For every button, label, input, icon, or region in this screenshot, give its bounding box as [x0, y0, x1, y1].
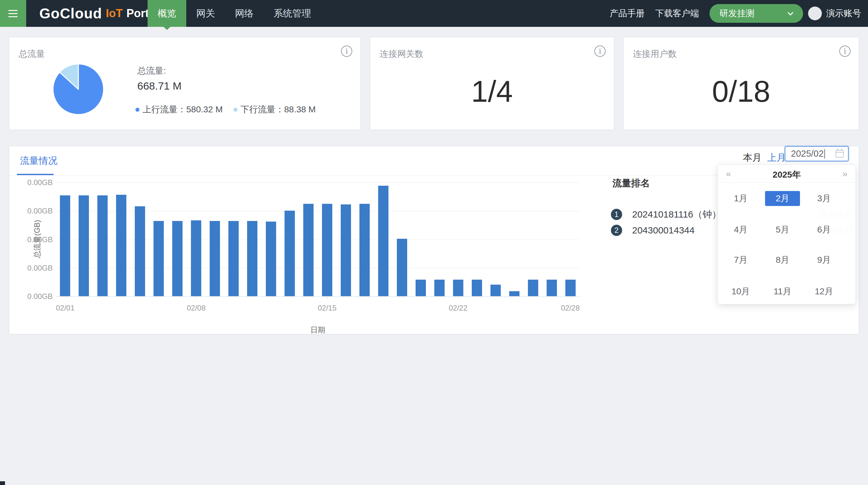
legend-text: 下行流量：88.38 M — [241, 103, 316, 116]
month-cell-2[interactable]: 2月 — [765, 191, 800, 206]
month-cell-5[interactable]: 5月 — [765, 222, 800, 237]
this-month-button[interactable]: 本月 — [743, 151, 762, 164]
month-date-input[interactable]: 2025/02 — [785, 146, 849, 161]
traffic-legend: 上行流量：580.32 M下行流量：88.38 M — [135, 103, 327, 116]
bar-02/03[interactable] — [97, 195, 107, 296]
month-cell-1[interactable]: 1月 — [723, 191, 758, 206]
y-tick-label: 0.00GB — [15, 207, 53, 215]
bar-02/25[interactable] — [509, 291, 520, 296]
month-cell-6[interactable]: 6月 — [807, 222, 841, 237]
hamburger-menu-icon[interactable] — [0, 0, 26, 27]
nav-item-2[interactable]: 网络 — [225, 0, 264, 27]
y-tick-label: 0.00GB — [15, 178, 53, 187]
bar-02/09[interactable] — [210, 221, 220, 296]
last-month-button[interactable]: 上月 — [767, 151, 786, 164]
y-tick-label: 0.00GB — [15, 235, 53, 244]
nav-link-download[interactable]: 下载客户端 — [655, 7, 699, 19]
month-cell-11[interactable]: 11月 — [765, 284, 800, 299]
y-tick-label: 0.00GB — [15, 292, 53, 301]
bar-02/26[interactable] — [528, 280, 538, 296]
bar-02/27[interactable] — [547, 280, 557, 296]
bar-02/06[interactable] — [154, 221, 164, 296]
sidebar-corner-chip — [0, 481, 5, 485]
calendar-icon — [836, 150, 844, 158]
card-total-traffic: 总流量 i 总流量: 668.71 M 上行流量：580.32 M下行流量：88… — [9, 37, 360, 129]
text-caret — [824, 149, 825, 158]
x-tick-label: 02/22 — [439, 304, 477, 312]
bar-02/13[interactable] — [284, 211, 295, 296]
bar-02/17[interactable] — [360, 204, 370, 296]
next-year-icon[interactable]: » — [842, 169, 847, 179]
month-cell-4[interactable]: 4月 — [723, 222, 758, 237]
bar-02/11[interactable] — [247, 221, 257, 296]
environment-dropdown-label: 研发挂测 — [719, 7, 754, 19]
nav-item-3[interactable]: 系统管理 — [264, 0, 321, 27]
gateways-value: 1/4 — [370, 74, 614, 109]
bar-02/28[interactable] — [565, 280, 576, 296]
rank-name: 204300014344 — [632, 225, 694, 236]
info-icon[interactable]: i — [341, 46, 352, 57]
picker-year-label: 2025年 — [718, 169, 856, 181]
logo-brand: GoCloud — [39, 5, 102, 22]
info-icon[interactable]: i — [839, 46, 850, 57]
avatar[interactable] — [808, 6, 822, 20]
gridline — [56, 240, 580, 240]
x-tick-mark — [327, 297, 327, 299]
bar-02/01[interactable] — [60, 195, 70, 296]
month-cell-10[interactable]: 10月 — [723, 284, 758, 299]
ranking-title: 流量排名 — [613, 177, 650, 190]
month-cell-7[interactable]: 7月 — [723, 252, 758, 268]
bar-02/15[interactable] — [322, 204, 332, 296]
legend-text: 上行流量：580.32 M — [143, 103, 223, 116]
gridline — [56, 268, 580, 268]
x-tick-mark — [458, 297, 458, 299]
nav-item-0[interactable]: 概览 — [148, 0, 186, 27]
bar-02/10[interactable] — [228, 221, 239, 296]
bar-02/02[interactable] — [79, 195, 89, 296]
bar-chart: 0.00GB0.00GB0.00GB0.00GB0.00GB02/0102/08… — [56, 183, 580, 297]
rank-badge: 1 — [611, 209, 622, 220]
bar-02/18[interactable] — [378, 186, 389, 296]
bar-02/14[interactable] — [303, 204, 314, 296]
chevron-down-icon — [787, 10, 793, 15]
bar-02/08[interactable] — [191, 220, 201, 296]
legend-item-0: 上行流量：580.32 M — [135, 103, 223, 116]
info-icon[interactable]: i — [594, 46, 606, 57]
legend-dot-icon — [135, 108, 140, 112]
account-name[interactable]: 演示账号 — [826, 7, 861, 19]
month-cell-8[interactable]: 8月 — [765, 252, 800, 268]
total-traffic-value: 668.71 M — [137, 80, 182, 92]
month-cell-9[interactable]: 9月 — [807, 252, 841, 268]
nav-right: 产品手册 下载客户端 研发挂测 演示账号 — [610, 0, 868, 27]
y-tick-label: 0.00GB — [15, 264, 53, 272]
month-cell-3[interactable]: 3月 — [807, 191, 841, 206]
month-picker-popup: « 2025年 » 1月2月3月4月5月6月7月8月9月10月11月12月 — [718, 164, 856, 304]
bar-02/20[interactable] — [415, 280, 426, 296]
bar-02/19[interactable] — [397, 239, 407, 296]
x-tick-label: 02/08 — [178, 304, 215, 312]
month-cell-12[interactable]: 12月 — [807, 284, 841, 299]
card-title: 总流量 — [19, 48, 45, 60]
app-logo: GoCloud IoT Portal — [39, 0, 158, 27]
card-gateways: 连接网关数 i 1/4 — [370, 37, 614, 129]
bar-02/05[interactable] — [135, 206, 145, 296]
gridline — [56, 211, 580, 211]
nav-link-manual[interactable]: 产品手册 — [610, 7, 645, 19]
bar-02/07[interactable] — [172, 221, 183, 296]
bar-02/12[interactable] — [266, 221, 276, 296]
tab-traffic-status[interactable]: 流量情况 — [20, 154, 57, 167]
total-traffic-label: 总流量: — [137, 65, 166, 77]
bar-02/24[interactable] — [491, 285, 501, 296]
bar-02/21[interactable] — [434, 280, 444, 296]
bar-02/22[interactable] — [453, 280, 463, 296]
gridline — [56, 297, 580, 297]
x-tick-label: 02/01 — [46, 304, 84, 312]
month-picker-header: « 2025年 » — [718, 165, 856, 183]
x-tick-mark — [570, 297, 571, 299]
nav-item-1[interactable]: 网关 — [186, 0, 225, 27]
bar-02/16[interactable] — [341, 205, 351, 296]
environment-dropdown[interactable]: 研发挂测 — [710, 4, 803, 23]
bar-02/04[interactable] — [116, 195, 126, 296]
card-title: 连接网关数 — [380, 48, 424, 60]
bar-02/23[interactable] — [472, 280, 482, 296]
